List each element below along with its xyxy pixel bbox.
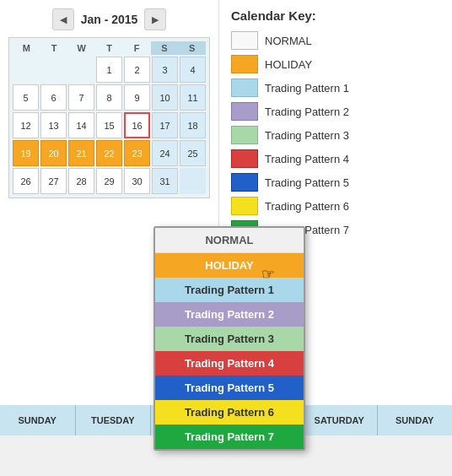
key-label-0: NORMAL [265, 35, 312, 47]
cal-cell-15[interactable]: 15 [96, 112, 122, 138]
key-label-2: Trading Pattern 1 [265, 82, 349, 95]
cal-cell-26[interactable]: 26 [13, 168, 39, 194]
cal-cell-24[interactable]: 24 [152, 140, 178, 166]
calendar-title: Jan - 2015 [81, 13, 138, 26]
cal-cell-empty [68, 57, 94, 83]
cal-cell-empty [40, 57, 67, 83]
key-label-5: Trading Pattern 4 [265, 153, 349, 165]
cal-cell-5[interactable]: 5 [13, 84, 39, 111]
cal-cell-27[interactable]: 27 [40, 168, 67, 194]
tab-tuesday[interactable]: TUESDAY [76, 405, 152, 435]
key-swatch-5 [231, 149, 258, 168]
day-header-mon: M [13, 41, 40, 55]
cal-cell-21[interactable]: 21 [68, 140, 94, 166]
day-header-thu: T [95, 41, 123, 55]
cal-cell-23[interactable]: 23 [124, 140, 150, 166]
calendar-row: 19 20 21 22 23 24 25 [13, 140, 206, 166]
cal-cell-28[interactable]: 28 [68, 168, 94, 194]
cal-cell-31[interactable]: 31 [152, 168, 178, 194]
calendar-row: 1 2 3 4 [13, 57, 206, 83]
cal-cell-6[interactable]: 6 [40, 84, 67, 111]
day-header-wed: W [67, 41, 95, 55]
key-swatch-7 [231, 197, 258, 215]
day-header-sun: S [178, 41, 206, 55]
cal-cell-8[interactable]: 8 [96, 84, 122, 111]
day-header-sat: S [151, 41, 179, 55]
cal-cell-13[interactable]: 13 [40, 112, 67, 138]
dropdown-item-tp1[interactable]: Trading Pattern 1 [155, 278, 304, 302]
dropdown-item-normal[interactable]: NORMAL [155, 228, 304, 253]
dropdown-item-tp3[interactable]: Trading Pattern 3 [155, 327, 304, 351]
day-header-tue: T [40, 41, 68, 55]
key-swatch-4 [231, 126, 258, 144]
key-label-7: Trading Pattern 6 [265, 200, 349, 213]
key-swatch-1 [231, 55, 258, 73]
tab-saturday[interactable]: SATURDAY [302, 405, 378, 435]
dropdown-item-tp6[interactable]: Trading Pattern 6 [155, 400, 304, 425]
key-item-4: Trading Pattern 3 [231, 126, 440, 144]
key-label-1: HOLIDAY [265, 58, 312, 71]
cal-cell-29[interactable]: 29 [96, 168, 122, 194]
cal-cell-25[interactable]: 25 [180, 140, 206, 166]
cal-cell-9[interactable]: 9 [124, 84, 150, 111]
key-label-3: Trading Pattern 2 [265, 105, 349, 118]
cal-cell-12[interactable]: 12 [13, 112, 39, 138]
cal-cell-empty [180, 168, 206, 194]
calendar-grid: M T W T F S S 1 2 3 4 [8, 37, 210, 198]
key-swatch-3 [231, 102, 258, 121]
key-swatch-0 [231, 31, 258, 50]
cal-cell-30[interactable]: 30 [124, 168, 150, 194]
calendar-row: 12 13 14 15 16 17 18 [13, 112, 206, 138]
key-title: Calendar Key: [231, 8, 440, 23]
cal-cell-22[interactable]: 22 [96, 140, 122, 166]
next-month-button[interactable]: ▶ [144, 8, 166, 30]
calendar-rows: 1 2 3 4 5 6 7 8 9 10 11 12 [13, 57, 206, 194]
key-item-1: HOLIDAY [231, 55, 440, 73]
tab-sunday-2[interactable]: SUNDAY [378, 405, 453, 435]
day-header-fri: F [123, 41, 151, 55]
dropdown-item-tp7[interactable]: Trading Pattern 7 [155, 425, 304, 449]
cal-cell-2[interactable]: 2 [124, 57, 150, 83]
cal-cell-19[interactable]: 19 [13, 140, 39, 166]
cal-cell-4[interactable]: 4 [180, 57, 206, 83]
calendar-days-header: M T W T F S S [13, 41, 206, 55]
key-item-5: Trading Pattern 4 [231, 149, 440, 168]
key-items-container: NORMALHOLIDAYTrading Pattern 1Trading Pa… [231, 31, 440, 239]
cal-cell-14[interactable]: 14 [68, 112, 94, 138]
key-label-6: Trading Pattern 5 [265, 176, 349, 189]
cal-cell-1[interactable]: 1 [96, 57, 122, 83]
main-container: ◀ Jan - 2015 ▶ M T W T F S S 1 [0, 0, 452, 405]
key-label-4: Trading Pattern 3 [265, 129, 349, 142]
calendar-header: ◀ Jan - 2015 ▶ [8, 8, 210, 30]
prev-month-button[interactable]: ◀ [52, 8, 74, 30]
calendar-row: 26 27 28 29 30 31 [13, 168, 206, 194]
dropdown-item-tp5[interactable]: Trading Pattern 5 [155, 376, 304, 400]
key-item-3: Trading Pattern 2 [231, 102, 440, 121]
key-item-0: NORMAL [231, 31, 440, 50]
dropdown-item-tp2[interactable]: Trading Pattern 2 [155, 302, 304, 327]
cal-cell-20[interactable]: 20 [40, 140, 67, 166]
key-swatch-6 [231, 173, 258, 192]
calendar-row: 5 6 7 8 9 10 11 [13, 84, 206, 111]
key-item-7: Trading Pattern 6 [231, 197, 440, 215]
cal-cell-17[interactable]: 17 [152, 112, 178, 138]
dropdown-item-tp4[interactable]: Trading Pattern 4 [155, 351, 304, 376]
cal-cell-7[interactable]: 7 [68, 84, 94, 111]
cal-cell-11[interactable]: 11 [180, 84, 206, 111]
cal-cell-16[interactable]: 16 [124, 112, 150, 138]
cal-cell-10[interactable]: 10 [152, 84, 178, 111]
key-item-2: Trading Pattern 1 [231, 78, 440, 97]
cal-cell-3[interactable]: 3 [152, 57, 178, 83]
dropdown-menu: NORMAL HOLIDAY Trading Pattern 1 Trading… [153, 226, 305, 451]
cal-cell-18[interactable]: 18 [180, 112, 206, 138]
dropdown-item-holiday[interactable]: HOLIDAY [155, 253, 304, 278]
key-swatch-2 [231, 78, 258, 97]
cal-cell-empty [13, 57, 39, 83]
tab-sunday-1[interactable]: SUNDAY [0, 405, 76, 435]
key-item-6: Trading Pattern 5 [231, 173, 440, 192]
